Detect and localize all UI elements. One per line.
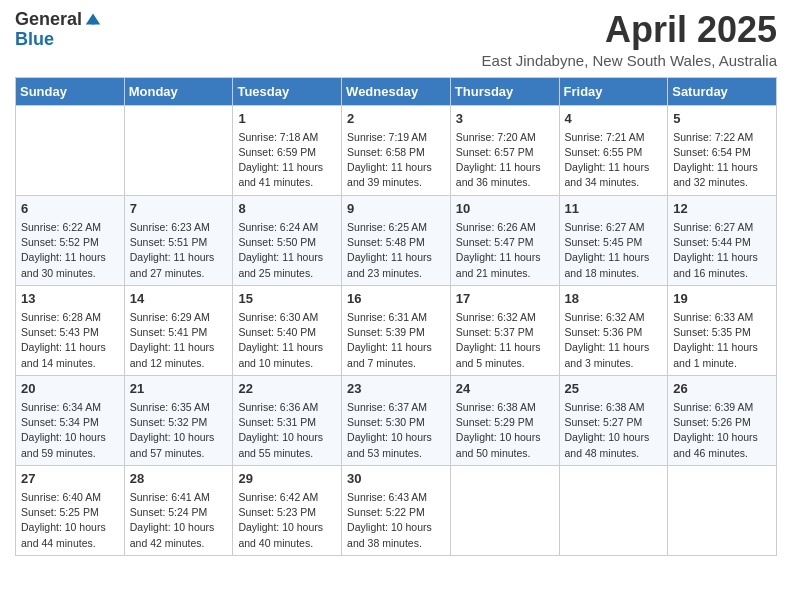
day-info: Sunrise: 6:34 AM Sunset: 5:34 PM Dayligh… (21, 400, 119, 461)
day-info: Sunrise: 7:22 AM Sunset: 6:54 PM Dayligh… (673, 130, 771, 191)
header-row: SundayMondayTuesdayWednesdayThursdayFrid… (16, 77, 777, 105)
day-number: 20 (21, 380, 119, 398)
day-cell: 21Sunrise: 6:35 AM Sunset: 5:32 PM Dayli… (124, 375, 233, 465)
day-cell: 13Sunrise: 6:28 AM Sunset: 5:43 PM Dayli… (16, 285, 125, 375)
day-number: 2 (347, 110, 445, 128)
page-header: General Blue April 2025 East Jindabyne, … (15, 10, 777, 69)
day-info: Sunrise: 6:26 AM Sunset: 5:47 PM Dayligh… (456, 220, 554, 281)
svg-rect-1 (91, 19, 95, 24)
day-cell (124, 105, 233, 195)
day-info: Sunrise: 6:27 AM Sunset: 5:44 PM Dayligh… (673, 220, 771, 281)
day-number: 17 (456, 290, 554, 308)
week-row-2: 6Sunrise: 6:22 AM Sunset: 5:52 PM Daylig… (16, 195, 777, 285)
day-cell: 18Sunrise: 6:32 AM Sunset: 5:36 PM Dayli… (559, 285, 668, 375)
logo-icon (84, 10, 102, 28)
day-info: Sunrise: 7:19 AM Sunset: 6:58 PM Dayligh… (347, 130, 445, 191)
title-block: April 2025 East Jindabyne, New South Wal… (482, 10, 777, 69)
week-row-3: 13Sunrise: 6:28 AM Sunset: 5:43 PM Dayli… (16, 285, 777, 375)
day-header-wednesday: Wednesday (342, 77, 451, 105)
day-number: 5 (673, 110, 771, 128)
day-info: Sunrise: 7:20 AM Sunset: 6:57 PM Dayligh… (456, 130, 554, 191)
location-title: East Jindabyne, New South Wales, Austral… (482, 52, 777, 69)
day-cell: 12Sunrise: 6:27 AM Sunset: 5:44 PM Dayli… (668, 195, 777, 285)
week-row-5: 27Sunrise: 6:40 AM Sunset: 5:25 PM Dayli… (16, 465, 777, 555)
day-number: 4 (565, 110, 663, 128)
day-number: 24 (456, 380, 554, 398)
day-cell: 1Sunrise: 7:18 AM Sunset: 6:59 PM Daylig… (233, 105, 342, 195)
day-number: 26 (673, 380, 771, 398)
day-cell (668, 465, 777, 555)
day-cell: 6Sunrise: 6:22 AM Sunset: 5:52 PM Daylig… (16, 195, 125, 285)
day-info: Sunrise: 7:21 AM Sunset: 6:55 PM Dayligh… (565, 130, 663, 191)
day-number: 9 (347, 200, 445, 218)
day-number: 30 (347, 470, 445, 488)
day-info: Sunrise: 7:18 AM Sunset: 6:59 PM Dayligh… (238, 130, 336, 191)
day-info: Sunrise: 6:41 AM Sunset: 5:24 PM Dayligh… (130, 490, 228, 551)
day-cell: 4Sunrise: 7:21 AM Sunset: 6:55 PM Daylig… (559, 105, 668, 195)
day-number: 18 (565, 290, 663, 308)
day-cell: 19Sunrise: 6:33 AM Sunset: 5:35 PM Dayli… (668, 285, 777, 375)
day-cell: 27Sunrise: 6:40 AM Sunset: 5:25 PM Dayli… (16, 465, 125, 555)
day-cell: 26Sunrise: 6:39 AM Sunset: 5:26 PM Dayli… (668, 375, 777, 465)
day-cell: 17Sunrise: 6:32 AM Sunset: 5:37 PM Dayli… (450, 285, 559, 375)
day-cell: 30Sunrise: 6:43 AM Sunset: 5:22 PM Dayli… (342, 465, 451, 555)
day-number: 28 (130, 470, 228, 488)
day-cell: 5Sunrise: 7:22 AM Sunset: 6:54 PM Daylig… (668, 105, 777, 195)
day-header-thursday: Thursday (450, 77, 559, 105)
day-cell: 20Sunrise: 6:34 AM Sunset: 5:34 PM Dayli… (16, 375, 125, 465)
day-header-friday: Friday (559, 77, 668, 105)
day-number: 3 (456, 110, 554, 128)
day-info: Sunrise: 6:37 AM Sunset: 5:30 PM Dayligh… (347, 400, 445, 461)
day-info: Sunrise: 6:30 AM Sunset: 5:40 PM Dayligh… (238, 310, 336, 371)
day-info: Sunrise: 6:32 AM Sunset: 5:36 PM Dayligh… (565, 310, 663, 371)
day-info: Sunrise: 6:32 AM Sunset: 5:37 PM Dayligh… (456, 310, 554, 371)
day-number: 10 (456, 200, 554, 218)
day-info: Sunrise: 6:27 AM Sunset: 5:45 PM Dayligh… (565, 220, 663, 281)
day-header-saturday: Saturday (668, 77, 777, 105)
day-cell: 24Sunrise: 6:38 AM Sunset: 5:29 PM Dayli… (450, 375, 559, 465)
day-info: Sunrise: 6:40 AM Sunset: 5:25 PM Dayligh… (21, 490, 119, 551)
day-number: 12 (673, 200, 771, 218)
day-cell: 8Sunrise: 6:24 AM Sunset: 5:50 PM Daylig… (233, 195, 342, 285)
day-number: 13 (21, 290, 119, 308)
day-cell: 16Sunrise: 6:31 AM Sunset: 5:39 PM Dayli… (342, 285, 451, 375)
day-info: Sunrise: 6:31 AM Sunset: 5:39 PM Dayligh… (347, 310, 445, 371)
day-header-tuesday: Tuesday (233, 77, 342, 105)
day-cell: 28Sunrise: 6:41 AM Sunset: 5:24 PM Dayli… (124, 465, 233, 555)
day-number: 1 (238, 110, 336, 128)
day-info: Sunrise: 6:22 AM Sunset: 5:52 PM Dayligh… (21, 220, 119, 281)
day-number: 22 (238, 380, 336, 398)
day-number: 27 (21, 470, 119, 488)
day-cell: 14Sunrise: 6:29 AM Sunset: 5:41 PM Dayli… (124, 285, 233, 375)
day-number: 6 (21, 200, 119, 218)
day-cell: 2Sunrise: 7:19 AM Sunset: 6:58 PM Daylig… (342, 105, 451, 195)
day-cell: 29Sunrise: 6:42 AM Sunset: 5:23 PM Dayli… (233, 465, 342, 555)
day-info: Sunrise: 6:24 AM Sunset: 5:50 PM Dayligh… (238, 220, 336, 281)
day-info: Sunrise: 6:33 AM Sunset: 5:35 PM Dayligh… (673, 310, 771, 371)
month-title: April 2025 (482, 10, 777, 50)
day-cell (450, 465, 559, 555)
day-info: Sunrise: 6:23 AM Sunset: 5:51 PM Dayligh… (130, 220, 228, 281)
day-cell: 11Sunrise: 6:27 AM Sunset: 5:45 PM Dayli… (559, 195, 668, 285)
day-info: Sunrise: 6:36 AM Sunset: 5:31 PM Dayligh… (238, 400, 336, 461)
day-header-monday: Monday (124, 77, 233, 105)
week-row-1: 1Sunrise: 7:18 AM Sunset: 6:59 PM Daylig… (16, 105, 777, 195)
day-number: 25 (565, 380, 663, 398)
day-cell: 22Sunrise: 6:36 AM Sunset: 5:31 PM Dayli… (233, 375, 342, 465)
day-info: Sunrise: 6:29 AM Sunset: 5:41 PM Dayligh… (130, 310, 228, 371)
day-number: 15 (238, 290, 336, 308)
day-info: Sunrise: 6:35 AM Sunset: 5:32 PM Dayligh… (130, 400, 228, 461)
day-number: 14 (130, 290, 228, 308)
day-number: 23 (347, 380, 445, 398)
day-info: Sunrise: 6:39 AM Sunset: 5:26 PM Dayligh… (673, 400, 771, 461)
day-cell: 15Sunrise: 6:30 AM Sunset: 5:40 PM Dayli… (233, 285, 342, 375)
day-number: 16 (347, 290, 445, 308)
day-cell: 3Sunrise: 7:20 AM Sunset: 6:57 PM Daylig… (450, 105, 559, 195)
logo: General Blue (15, 10, 102, 50)
day-number: 11 (565, 200, 663, 218)
day-info: Sunrise: 6:38 AM Sunset: 5:29 PM Dayligh… (456, 400, 554, 461)
day-cell: 9Sunrise: 6:25 AM Sunset: 5:48 PM Daylig… (342, 195, 451, 285)
day-info: Sunrise: 6:25 AM Sunset: 5:48 PM Dayligh… (347, 220, 445, 281)
logo-general-text: General (15, 10, 82, 30)
day-cell: 10Sunrise: 6:26 AM Sunset: 5:47 PM Dayli… (450, 195, 559, 285)
